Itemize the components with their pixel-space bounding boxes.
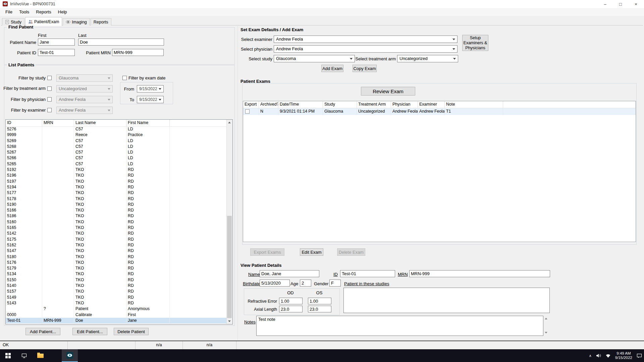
patient-row[interactable]: Test-01MRN-999DoeJane (6, 318, 227, 323)
taskbar-clock[interactable]: 9:49 AM 9/15/2022 (615, 351, 632, 360)
patient-mrn-input[interactable] (112, 49, 164, 56)
column-header[interactable]: Last Name (74, 120, 126, 126)
patient-id-input[interactable] (38, 49, 75, 56)
axial-os-input[interactable] (308, 306, 331, 312)
column-header[interactable]: Study (323, 101, 357, 108)
patient-row[interactable]: 5179TKORD (6, 265, 227, 271)
column-header[interactable]: First Name (126, 120, 170, 126)
patient-row[interactable]: 5180TKORD (6, 254, 227, 260)
export-checkbox[interactable] (245, 109, 250, 114)
export-exams-button[interactable]: Export Exams (250, 248, 284, 256)
menu-tools[interactable]: Tools (16, 8, 33, 16)
column-header[interactable]: Archived? (259, 101, 278, 108)
add-patient-button[interactable]: Add Patient... (25, 328, 60, 335)
patient-row[interactable]: 5165TKORD (6, 225, 227, 231)
maximize-button[interactable]: □ (614, 0, 627, 8)
tab-patient-exam[interactable]: Patient/Exam (25, 17, 62, 26)
tab-reports[interactable]: Reports (91, 18, 111, 25)
refractive-od-input[interactable] (279, 298, 303, 304)
patient-row[interactable]: 5160TKORD (6, 219, 227, 225)
axial-od-input[interactable] (279, 306, 303, 312)
to-date-select[interactable]: 9/15/2022 (137, 96, 164, 103)
filter-treatment-checkbox[interactable] (47, 86, 52, 91)
filter-study-select[interactable]: Glaucoma (56, 74, 113, 82)
treatment-select[interactable]: Uncategorized (397, 55, 458, 62)
patient-row[interactable]: 5269C57LD (6, 138, 227, 144)
tray-expand-icon[interactable]: ∧ (589, 354, 592, 358)
filter-examiner-select[interactable]: Andrew Feola (56, 107, 113, 114)
last-name-input[interactable] (78, 39, 164, 46)
patient-list-scrollbar[interactable] (226, 120, 232, 324)
patient-row[interactable]: 5147TKORD (6, 248, 227, 254)
study-select[interactable]: Glaucoma (274, 55, 355, 62)
column-header[interactable]: Note (445, 101, 503, 108)
column-header[interactable]: MRN (42, 120, 74, 126)
patient-row[interactable]: 5177TKORD (6, 190, 227, 196)
patient-row[interactable]: 5143TKORD (6, 300, 227, 306)
add-exam-button[interactable]: Add Exam (321, 65, 343, 72)
tab-imaging[interactable]: Imaging (63, 18, 90, 25)
column-header[interactable] (170, 120, 227, 126)
task-view-button[interactable] (16, 349, 32, 362)
invivovue-taskbar-button[interactable] (62, 349, 78, 362)
examiner-select[interactable]: Andrew Feola (274, 36, 458, 43)
patient-row[interactable]: 5196TKORD (6, 173, 227, 178)
scroll-down-icon[interactable] (227, 318, 232, 324)
filter-exam-date-checkbox[interactable] (122, 76, 127, 80)
patient-row[interactable]: 9999ReecePractice (6, 132, 227, 138)
patient-row[interactable]: 5157TKORD (6, 289, 227, 294)
filter-physician-select[interactable]: Andrew Feola (56, 96, 113, 103)
filter-examiner-checkbox[interactable] (47, 108, 52, 112)
network-icon[interactable] (605, 354, 611, 358)
patient-row[interactable]: 5134TKORD (6, 271, 227, 277)
patient-row[interactable]: 5267C57LD (6, 149, 227, 155)
column-header[interactable]: Treatment Arm (357, 101, 391, 108)
filter-treatment-select[interactable]: Uncategorized (56, 85, 113, 93)
name-input[interactable] (260, 270, 319, 277)
column-header[interactable]: Physician (391, 101, 418, 108)
id-input[interactable] (340, 270, 395, 277)
patient-row[interactable]: 5194TKORD (6, 184, 227, 190)
first-name-input[interactable] (38, 39, 75, 46)
patient-row[interactable]: 5166TKORD (6, 207, 227, 213)
setup-examiners-button[interactable]: Setup Examiners & Physicians (462, 35, 488, 51)
start-button[interactable] (0, 349, 16, 362)
action-center-icon[interactable] (637, 353, 642, 358)
copy-exam-button[interactable]: Copy Exam (353, 65, 377, 72)
mrn-input[interactable] (409, 270, 550, 277)
patient-row[interactable]: 0000CalibrateFirst (6, 312, 227, 318)
column-header[interactable]: ID (6, 120, 42, 126)
file-explorer-button[interactable] (32, 349, 48, 362)
menu-help[interactable]: Help (55, 8, 70, 16)
menu-reports[interactable]: Reports (33, 8, 55, 16)
patient-row[interactable]: 5150TKORD (6, 277, 227, 283)
refractive-os-input[interactable] (308, 298, 331, 304)
review-exam-button[interactable]: Review Exam (361, 87, 415, 96)
birthdate-input[interactable] (260, 280, 290, 287)
scrollbar-thumb[interactable] (227, 216, 232, 318)
patient-row[interactable]: 5140TKORD (6, 283, 227, 289)
edit-exam-button[interactable]: Edit Exam (300, 248, 323, 256)
physician-select[interactable]: Andrew Feola (274, 45, 458, 53)
column-header[interactable]: Date/Time (278, 101, 323, 108)
filter-physician-checkbox[interactable] (47, 97, 52, 102)
notes-textarea[interactable]: Test note (256, 316, 543, 336)
close-button[interactable]: × (630, 0, 642, 8)
patient-row[interactable]: 5265C57LD (6, 161, 227, 167)
minimize-button[interactable]: – (599, 0, 611, 8)
column-header[interactable]: Export (243, 101, 259, 108)
patient-row[interactable]: 5176TKORD (6, 260, 227, 265)
patient-row[interactable]: 5190TKORD (6, 202, 227, 207)
notes-scroll-up-icon[interactable] (545, 318, 547, 319)
scroll-up-icon[interactable] (227, 120, 232, 125)
patient-row[interactable]: 5162TKORD (6, 242, 227, 248)
patient-row[interactable]: 5178TKORD (6, 196, 227, 202)
from-date-select[interactable]: 9/15/2022 (137, 85, 164, 93)
exam-row[interactable]: N9/3/2021 01:14 PMGlaucomaUncategorizedA… (243, 108, 636, 115)
age-input[interactable] (300, 280, 311, 287)
patient-row[interactable]: ?PatientAnonymous (6, 306, 227, 312)
delete-patient-button[interactable]: Delete Patient (114, 328, 149, 335)
patient-row[interactable]: 5175TKORD (6, 237, 227, 242)
tab-study[interactable]: Study (2, 18, 24, 25)
notes-scroll-down-icon[interactable] (545, 332, 547, 334)
